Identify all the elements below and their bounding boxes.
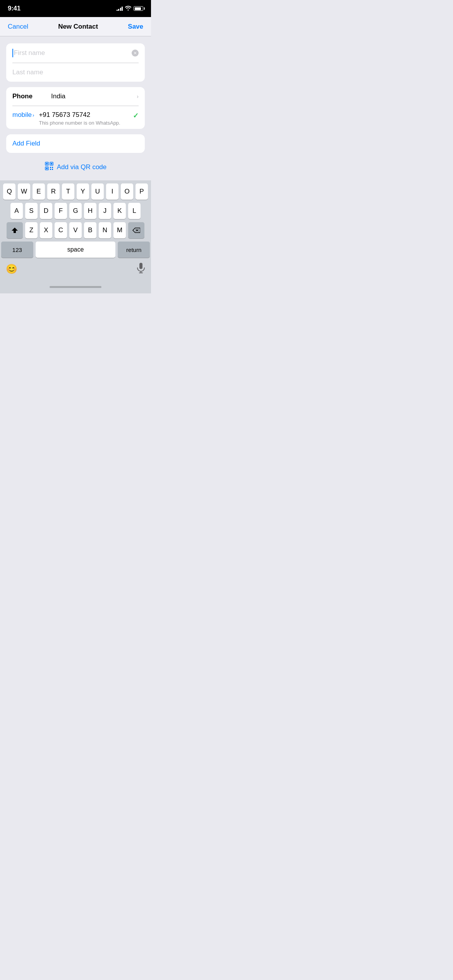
chevron-right-icon: › — [137, 93, 139, 99]
status-icons — [117, 6, 144, 12]
status-bar: 9:41 — [0, 0, 151, 17]
key-z[interactable]: Z — [25, 222, 38, 238]
svg-rect-12 — [139, 263, 142, 269]
phone-card: Phone India › mobile › +91 75673 75742 T… — [6, 87, 145, 129]
key-j[interactable]: J — [99, 203, 111, 219]
nav-bar: Cancel New Contact Save — [0, 17, 151, 36]
page-title: New Contact — [58, 23, 98, 31]
key-l[interactable]: L — [128, 203, 141, 219]
keyboard-row-3: Z X C V B N M — [1, 222, 150, 238]
key-n[interactable]: N — [99, 222, 111, 238]
text-cursor — [12, 49, 13, 57]
last-name-input[interactable] — [12, 69, 139, 76]
key-w[interactable]: W — [18, 183, 30, 200]
whatsapp-checkmark-icon: ✓ — [133, 111, 139, 120]
signal-bars-icon — [117, 6, 123, 11]
emoji-icon[interactable]: 😊 — [6, 264, 17, 274]
phone-country-row[interactable]: Phone India › — [6, 87, 145, 106]
key-u[interactable]: U — [91, 183, 104, 200]
delete-key[interactable] — [128, 222, 144, 238]
phone-number-area: +91 75673 75742 This phone number is on … — [39, 111, 128, 126]
qr-code-icon — [45, 161, 54, 173]
key-p[interactable]: P — [136, 183, 148, 200]
whatsapp-note: This phone number is on WhatsApp. — [39, 120, 128, 126]
mobile-label[interactable]: mobile › — [12, 111, 34, 119]
key-s[interactable]: S — [25, 203, 38, 219]
phone-number-value[interactable]: +91 75673 75742 — [39, 111, 128, 119]
first-name-field[interactable] — [6, 43, 145, 63]
key-g[interactable]: G — [69, 203, 82, 219]
key-r[interactable]: R — [47, 183, 60, 200]
mobile-chevron-icon: › — [33, 112, 34, 118]
key-a[interactable]: A — [10, 203, 23, 219]
return-key[interactable]: return — [118, 242, 150, 258]
home-bar — [50, 286, 101, 288]
key-f[interactable]: F — [55, 203, 67, 219]
status-time: 9:41 — [8, 5, 21, 12]
keyboard-bottom-row: 😊 — [1, 261, 150, 279]
keyboard: Q W E R T Y U I O P A S D F G H J K L Z … — [0, 180, 151, 280]
microphone-icon[interactable] — [137, 262, 145, 276]
wifi-icon — [125, 6, 131, 12]
qr-code-label: Add via QR code — [57, 163, 107, 171]
main-content: Phone India › mobile › +91 75673 75742 T… — [0, 36, 151, 180]
shift-key[interactable] — [7, 222, 23, 238]
home-indicator — [0, 280, 151, 293]
svg-rect-3 — [51, 163, 52, 164]
phone-label: Phone — [12, 93, 51, 100]
key-i[interactable]: I — [106, 183, 118, 200]
add-field-label: Add Field — [12, 140, 40, 147]
svg-rect-7 — [52, 167, 53, 168]
key-e[interactable]: E — [33, 183, 45, 200]
key-c[interactable]: C — [55, 222, 67, 238]
key-y[interactable]: Y — [77, 183, 89, 200]
svg-rect-6 — [50, 167, 51, 168]
name-card — [6, 43, 145, 82]
key-v[interactable]: V — [69, 222, 82, 238]
phone-country-value: India — [51, 93, 137, 100]
qr-code-section[interactable]: Add via QR code — [6, 158, 145, 176]
space-key[interactable]: space — [36, 242, 116, 258]
key-m[interactable]: M — [113, 222, 126, 238]
key-q[interactable]: Q — [3, 183, 15, 200]
cancel-button[interactable]: Cancel — [8, 23, 28, 31]
key-h[interactable]: H — [84, 203, 96, 219]
svg-rect-1 — [46, 163, 48, 164]
battery-icon — [134, 6, 143, 11]
key-d[interactable]: D — [40, 203, 52, 219]
key-o[interactable]: O — [121, 183, 133, 200]
add-field-card[interactable]: Add Field — [6, 134, 145, 153]
clear-first-name-button[interactable] — [132, 50, 139, 57]
svg-rect-8 — [50, 169, 51, 170]
key-k[interactable]: K — [113, 203, 126, 219]
keyboard-row-2: A S D F G H J K L — [1, 203, 150, 219]
key-t[interactable]: T — [62, 183, 74, 200]
keyboard-row-4: 123 space return — [1, 242, 150, 258]
last-name-field[interactable] — [6, 63, 145, 82]
save-button[interactable]: Save — [128, 23, 143, 31]
key-b[interactable]: B — [84, 222, 96, 238]
svg-rect-9 — [52, 169, 53, 170]
numbers-key[interactable]: 123 — [1, 242, 33, 258]
svg-rect-5 — [46, 168, 48, 169]
first-name-input[interactable] — [14, 49, 129, 57]
keyboard-row-1: Q W E R T Y U I O P — [1, 183, 150, 200]
phone-number-row: mobile › +91 75673 75742 This phone numb… — [6, 106, 145, 129]
key-x[interactable]: X — [40, 222, 52, 238]
